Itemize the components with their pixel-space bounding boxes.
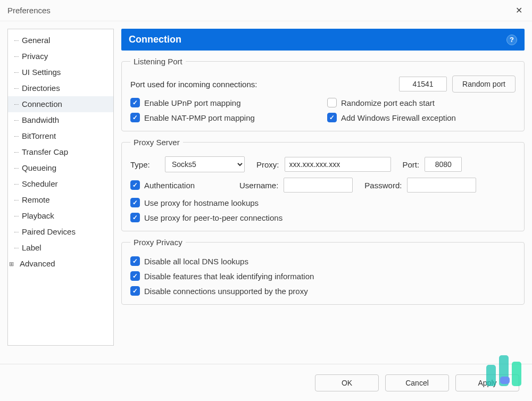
privacy-legend: Proxy Privacy: [130, 238, 186, 247]
sidebar-item-directories[interactable]: Directories: [8, 80, 113, 96]
proxy-server-group: Proxy Server Type: Socks5 Proxy: Port: A…: [121, 138, 525, 231]
checkbox-icon: [130, 256, 140, 266]
checkbox-label: Disable connections unsupported by the p…: [144, 287, 308, 296]
sidebar-item-queueing[interactable]: Queueing: [8, 160, 113, 176]
disable-dns-checkbox[interactable]: Disable all local DNS lookups: [130, 256, 248, 266]
close-icon[interactable]: ✕: [516, 5, 522, 15]
checkbox-icon: [130, 213, 140, 222]
sidebar-item-label: Scheduler: [22, 179, 58, 188]
checkbox-label: Enable NAT-PMP port mapping: [144, 113, 255, 122]
checkbox-label: Add Windows Firewall exception: [341, 113, 456, 122]
sidebar-item-label: Playback: [22, 211, 54, 220]
proxy-password-label: Password:: [364, 181, 402, 190]
content-area: General Privacy UI Settings Directories …: [0, 21, 532, 353]
sidebar-item-label: Paired Devices: [22, 227, 76, 236]
proxy-password-input[interactable]: [407, 178, 476, 193]
checkbox-icon: [130, 113, 140, 122]
proxy-legend: Proxy Server: [130, 138, 183, 147]
checkbox-icon: [130, 286, 140, 296]
proxy-port-label: Port:: [403, 160, 420, 169]
proxy-username-input[interactable]: [284, 178, 353, 193]
sidebar-item-transfer-cap[interactable]: Transfer Cap: [8, 144, 113, 160]
sidebar-item-label: BitTorrent: [22, 131, 56, 140]
proxy-p2p-checkbox[interactable]: Use proxy for peer-to-peer connections: [130, 213, 282, 222]
section-title: Connection: [129, 34, 181, 45]
checkbox-label: Disable features that leak identifying i…: [144, 272, 314, 281]
proxy-auth-checkbox[interactable]: Authentication: [130, 180, 234, 190]
checkbox-label: Use proxy for peer-to-peer connections: [144, 213, 282, 222]
sidebar-item-connection[interactable]: Connection: [8, 96, 113, 112]
sidebar-item-label: Connection: [22, 99, 62, 108]
listening-port-input[interactable]: [399, 77, 447, 91]
sidebar-item-label: Privacy: [22, 52, 48, 61]
listening-port-group: Listening Port Port used for incoming co…: [121, 57, 525, 131]
checkbox-label: Disable all local DNS lookups: [144, 257, 248, 266]
sidebar-item-ui-settings[interactable]: UI Settings: [8, 64, 113, 80]
sidebar-item-label: General: [22, 36, 50, 45]
disable-unsupported-checkbox[interactable]: Disable connections unsupported by the p…: [130, 286, 308, 296]
enable-upnp-checkbox[interactable]: Enable UPnP port mapping: [130, 98, 306, 107]
checkbox-label: Randomize port each start: [341, 98, 435, 107]
checkbox-icon: [130, 98, 140, 107]
ok-button[interactable]: OK: [315, 374, 379, 391]
proxy-privacy-group: Proxy Privacy Disable all local DNS look…: [121, 238, 525, 305]
sidebar-item-label[interactable]: Label: [8, 240, 113, 256]
random-port-button[interactable]: Random port: [452, 76, 516, 93]
proxy-hostname-lookups-checkbox[interactable]: Use proxy for hostname lookups: [130, 198, 259, 207]
proxy-type-select[interactable]: Socks5: [165, 156, 245, 172]
checkbox-label: Authentication: [144, 181, 195, 190]
sidebar-item-label: Bandwidth: [22, 115, 59, 124]
checkbox-icon: [130, 180, 140, 190]
proxy-host-label: Proxy:: [256, 160, 279, 169]
randomize-port-checkbox[interactable]: Randomize port each start: [327, 98, 435, 107]
proxy-type-label: Type:: [130, 160, 160, 169]
checkbox-icon: [130, 271, 140, 281]
main-panel: Connection ? Listening Port Port used fo…: [121, 29, 525, 346]
help-icon[interactable]: ?: [506, 35, 517, 45]
section-header: Connection ?: [121, 29, 525, 51]
sidebar-item-label: Transfer Cap: [22, 147, 68, 156]
window-title: Preferences: [7, 6, 51, 15]
proxy-host-input[interactable]: [285, 157, 391, 172]
checkbox-icon: [327, 98, 337, 107]
titlebar: Preferences ✕: [0, 0, 532, 21]
sidebar-item-bandwidth[interactable]: Bandwidth: [8, 112, 113, 128]
listening-port-label: Port used for incoming connections:: [130, 80, 257, 89]
checkbox-icon: [327, 113, 337, 122]
dialog-footer: OK Cancel Apply: [0, 364, 532, 401]
sidebar-item-advanced[interactable]: Advanced: [8, 256, 113, 272]
checkbox-label: Use proxy for hostname lookups: [144, 198, 259, 207]
checkbox-label: Enable UPnP port mapping: [144, 98, 241, 107]
sidebar-item-general[interactable]: General: [8, 32, 113, 48]
sidebar-item-label: Advanced: [20, 259, 55, 268]
enable-natpmp-checkbox[interactable]: Enable NAT-PMP port mapping: [130, 113, 306, 122]
disable-leak-checkbox[interactable]: Disable features that leak identifying i…: [130, 271, 314, 281]
proxy-port-input[interactable]: [425, 157, 462, 172]
sidebar-item-label: UI Settings: [22, 68, 61, 77]
sidebar-item-label: Label: [22, 243, 41, 252]
sidebar-item-privacy[interactable]: Privacy: [8, 48, 113, 64]
apply-button[interactable]: Apply: [455, 374, 519, 391]
cancel-button[interactable]: Cancel: [385, 374, 449, 391]
checkbox-icon: [130, 198, 140, 207]
listening-legend: Listening Port: [130, 57, 186, 66]
sidebar-item-label: Queueing: [22, 163, 56, 172]
proxy-username-label: Username:: [239, 181, 278, 190]
sidebar-item-label: Remote: [22, 195, 50, 204]
sidebar-item-label: Directories: [22, 83, 60, 93]
sidebar-item-paired-devices[interactable]: Paired Devices: [8, 224, 113, 240]
sidebar-tree: General Privacy UI Settings Directories …: [7, 29, 114, 346]
sidebar-item-remote[interactable]: Remote: [8, 192, 113, 208]
firewall-exception-checkbox[interactable]: Add Windows Firewall exception: [327, 113, 456, 122]
sidebar-item-playback[interactable]: Playback: [8, 208, 113, 224]
sidebar-item-bittorrent[interactable]: BitTorrent: [8, 128, 113, 144]
sidebar-item-scheduler[interactable]: Scheduler: [8, 176, 113, 192]
